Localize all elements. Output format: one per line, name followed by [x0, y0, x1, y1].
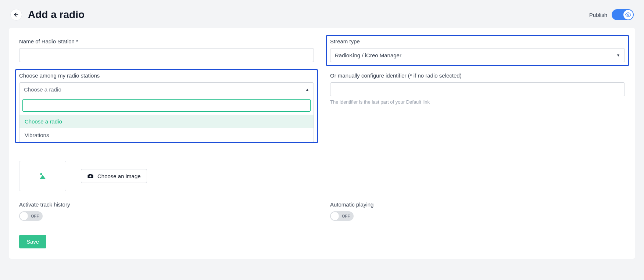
caret-up-icon: ▲: [305, 87, 309, 91]
publish-toggle-knob: [623, 10, 633, 19]
arrow-left-icon: [13, 12, 19, 18]
choose-image-button[interactable]: Choose an image: [81, 169, 147, 183]
auto-playing-label: Automatic playing: [330, 201, 625, 208]
choose-image-label: Choose an image: [97, 173, 141, 179]
track-history-value: OFF: [31, 214, 39, 218]
caret-down-icon: ▼: [616, 53, 620, 57]
choose-station-select[interactable]: Choose a radio ▲: [19, 82, 314, 96]
publish-toggle[interactable]: [612, 9, 634, 20]
auto-playing-toggle[interactable]: OFF: [330, 211, 354, 221]
stream-type-select[interactable]: RadioKing / iCreo Manager ▼: [330, 48, 625, 62]
choose-station-placeholder: Choose a radio: [24, 86, 61, 93]
camera-icon: [87, 173, 94, 179]
track-history-knob: [19, 212, 28, 220]
svg-point-1: [627, 14, 629, 15]
image-placeholder: [19, 161, 66, 191]
choose-station-dropdown: Choose a radio Vibrations: [19, 96, 314, 142]
track-history-toggle[interactable]: OFF: [19, 211, 43, 221]
eye-icon: [625, 12, 631, 18]
identifier-label: Or manually configure identifier (* if n…: [330, 72, 625, 79]
dropdown-option-choose[interactable]: Choose a radio: [19, 115, 314, 128]
save-button[interactable]: Save: [19, 235, 46, 248]
svg-point-2: [40, 173, 42, 175]
page-title: Add a radio: [28, 9, 85, 21]
auto-playing-knob: [330, 212, 339, 220]
svg-point-4: [89, 175, 91, 177]
choose-station-label: Choose among my radio stations: [19, 72, 314, 79]
back-button[interactable]: [10, 9, 22, 21]
stream-type-value: RadioKing / iCreo Manager: [335, 52, 401, 58]
identifier-helper: The identifier is the last part of your …: [330, 99, 625, 105]
name-label: Name of Radio Station *: [19, 38, 314, 44]
dropdown-search-input[interactable]: [22, 99, 311, 112]
auto-playing-value: OFF: [342, 214, 350, 218]
identifier-input[interactable]: [330, 82, 625, 96]
svg-marker-3: [40, 175, 46, 179]
stream-type-label: Stream type: [330, 38, 625, 44]
image-icon: [37, 170, 49, 182]
name-input[interactable]: [19, 48, 314, 62]
track-history-label: Activate track history: [19, 201, 314, 208]
publish-label: Publish: [589, 12, 607, 18]
dropdown-option-vibrations[interactable]: Vibrations: [19, 128, 314, 142]
